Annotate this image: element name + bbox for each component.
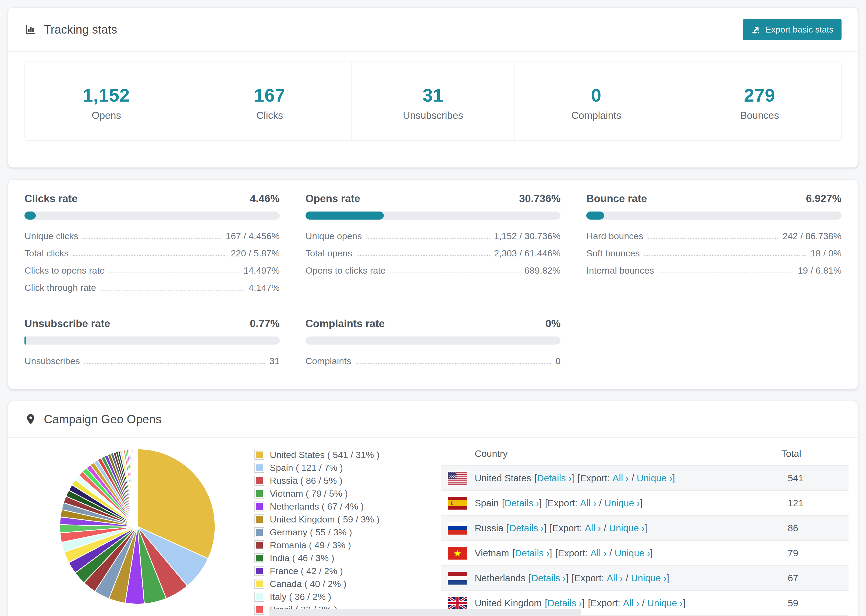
geo-row-text: United States[Details ›][Export:All ›/Un… bbox=[475, 473, 788, 484]
export-prefix-label: Export: bbox=[590, 598, 620, 608]
details-link[interactable]: Details › bbox=[531, 573, 565, 583]
geo-table-row-vietnam: Vietnam[Details ›][Export:All ›/Unique ›… bbox=[441, 540, 849, 565]
rate-title: Bounce rate bbox=[586, 193, 647, 204]
legend-label: Germany ( 55 / 3% ) bbox=[270, 527, 352, 537]
export-unique-link[interactable]: Unique › bbox=[604, 498, 640, 508]
separator: / bbox=[631, 473, 634, 483]
bracket: [ bbox=[507, 523, 509, 533]
rate-row-unique-opens: Unique opens1,152 / 30.736% bbox=[305, 231, 561, 241]
bracket: [ bbox=[529, 573, 531, 583]
export-unique-link[interactable]: Unique › bbox=[614, 548, 650, 558]
export-unique-link[interactable]: Unique › bbox=[647, 598, 683, 608]
geo-row-country: United States bbox=[475, 473, 531, 483]
export-all-link[interactable]: All › bbox=[580, 498, 596, 508]
total-column-header: Total bbox=[781, 448, 849, 459]
legend-swatch bbox=[254, 553, 265, 563]
dotted-leader bbox=[366, 238, 490, 239]
rate-row-complaints: Complaints0 bbox=[305, 356, 561, 366]
legend-swatch-color bbox=[256, 477, 263, 484]
bracket: ] bbox=[645, 523, 647, 533]
bracket: [ bbox=[572, 573, 575, 583]
separator: / bbox=[599, 498, 601, 508]
stat-value: 31 bbox=[354, 85, 512, 105]
stats-summary-wrap: 1,152Opens167Clicks31Unsubscribes0Compla… bbox=[8, 52, 858, 167]
export-prefix-label: Export: bbox=[553, 523, 582, 533]
rate-row-label: Opens to clicks rate bbox=[305, 265, 386, 276]
rates-grid: Clicks rate4.46%Unique clicks167 / 4.456… bbox=[8, 180, 858, 389]
legend-item-united-kingdom: United Kingdom ( 59 / 3% ) bbox=[254, 514, 416, 525]
rate-rows: Complaints0 bbox=[305, 356, 561, 366]
legend-swatch-color bbox=[256, 516, 263, 523]
progress-bar-fill bbox=[305, 212, 384, 220]
geo-table-row-spain: Spain[Details ›][Export:All ›/Unique ›]1… bbox=[441, 490, 849, 515]
export-all-link[interactable]: All › bbox=[607, 573, 623, 583]
bracket: ] bbox=[683, 598, 685, 608]
geo-title-wrap: Campaign Geo Opens bbox=[24, 413, 162, 426]
geo-table-row-united-states: United States[Details ›][Export:All ›/Un… bbox=[441, 465, 849, 490]
export-basic-stats-button[interactable]: Export basic stats bbox=[743, 19, 842, 40]
flag-netherlands-icon bbox=[448, 572, 467, 585]
pie-slice-small-55[interactable] bbox=[137, 449, 137, 526]
rate-row-label: Total clicks bbox=[24, 248, 69, 259]
flag-vietnam-icon bbox=[448, 547, 467, 559]
dotted-leader bbox=[73, 255, 227, 256]
legend-label: United States ( 541 / 31% ) bbox=[270, 449, 379, 460]
export-unique-link[interactable]: Unique › bbox=[631, 573, 666, 583]
export-unique-link[interactable]: Unique › bbox=[637, 473, 672, 483]
export-all-link[interactable]: All › bbox=[590, 548, 606, 558]
separator: / bbox=[642, 598, 645, 608]
rate-rows: Unique clicks167 / 4.456%Total clicks220… bbox=[24, 231, 280, 293]
rate-row-value: 1,152 / 30.736% bbox=[494, 231, 561, 241]
legend-item-italy: Italy ( 36 / 2% ) bbox=[254, 592, 416, 602]
export-prefix-label: Export: bbox=[580, 473, 610, 483]
stat-card-bounces: 279Bounces bbox=[678, 62, 841, 140]
separator: / bbox=[609, 548, 612, 558]
export-unique-link[interactable]: Unique › bbox=[609, 523, 644, 533]
tracking-stats-card: Tracking stats Export basic stats 1,152O… bbox=[8, 8, 858, 168]
horizontal-scrollbar[interactable] bbox=[269, 609, 581, 616]
progress-bar-fill bbox=[586, 212, 604, 220]
details-link[interactable]: Details › bbox=[509, 523, 544, 533]
progress-bar-track bbox=[24, 336, 280, 344]
export-prefix-label: Export: bbox=[574, 573, 604, 583]
legend-item-vietnam: Vietnam ( 79 / 5% ) bbox=[254, 488, 416, 499]
export-icon bbox=[751, 24, 761, 35]
rate-row-unsubscribes: Unsubscribes31 bbox=[24, 356, 280, 366]
details-link[interactable]: Details › bbox=[505, 498, 539, 508]
rate-row-clicks-to-opens-rate: Clicks to opens rate14.497% bbox=[24, 265, 280, 276]
legend-label: Romania ( 49 / 3% ) bbox=[270, 540, 351, 550]
flag-united-kingdom-icon bbox=[448, 597, 467, 610]
progress-bar-fill bbox=[24, 212, 36, 220]
tracking-stats-title: Tracking stats bbox=[24, 23, 117, 36]
bracket: [ bbox=[512, 548, 515, 558]
bracket: [ bbox=[588, 598, 590, 608]
progress-bar-track bbox=[305, 212, 561, 220]
details-link[interactable]: Details › bbox=[515, 548, 550, 558]
legend-swatch bbox=[254, 463, 265, 473]
dotted-leader bbox=[658, 272, 794, 273]
geo-row-total: 86 bbox=[788, 523, 849, 533]
details-link[interactable]: Details › bbox=[548, 598, 582, 608]
rate-row-label: Complaints bbox=[305, 356, 351, 366]
details-link[interactable]: Details › bbox=[537, 473, 572, 483]
rate-value: 4.46% bbox=[250, 193, 280, 204]
export-all-link[interactable]: All › bbox=[623, 598, 639, 608]
legend-swatch bbox=[254, 514, 265, 524]
legend-swatch bbox=[254, 501, 265, 511]
legend-label: Italy ( 36 / 2% ) bbox=[270, 592, 331, 602]
legend-item-united-states: United States ( 541 / 31% ) bbox=[254, 449, 416, 460]
legend-item-india: India ( 46 / 3% ) bbox=[254, 553, 416, 563]
legend-item-france: France ( 42 / 2% ) bbox=[254, 566, 416, 576]
export-all-link[interactable]: All › bbox=[612, 473, 629, 483]
rate-row-label: Unique clicks bbox=[24, 231, 78, 241]
rate-value: 30.736% bbox=[519, 193, 561, 204]
legend-swatch bbox=[254, 540, 265, 550]
export-all-link[interactable]: All › bbox=[585, 523, 601, 533]
legend-label: Netherlands ( 67 / 4% ) bbox=[270, 501, 364, 512]
bracket: ] bbox=[539, 498, 542, 508]
rate-row-internal-bounces: Internal bounces19 / 6.81% bbox=[586, 265, 842, 276]
bracket: ] bbox=[544, 523, 546, 533]
rate-panel-bounce-rate: Bounce rate6.927%Hard bounces242 / 86.73… bbox=[586, 193, 842, 293]
bracket: [ bbox=[578, 473, 580, 483]
bracket: [ bbox=[534, 473, 537, 483]
